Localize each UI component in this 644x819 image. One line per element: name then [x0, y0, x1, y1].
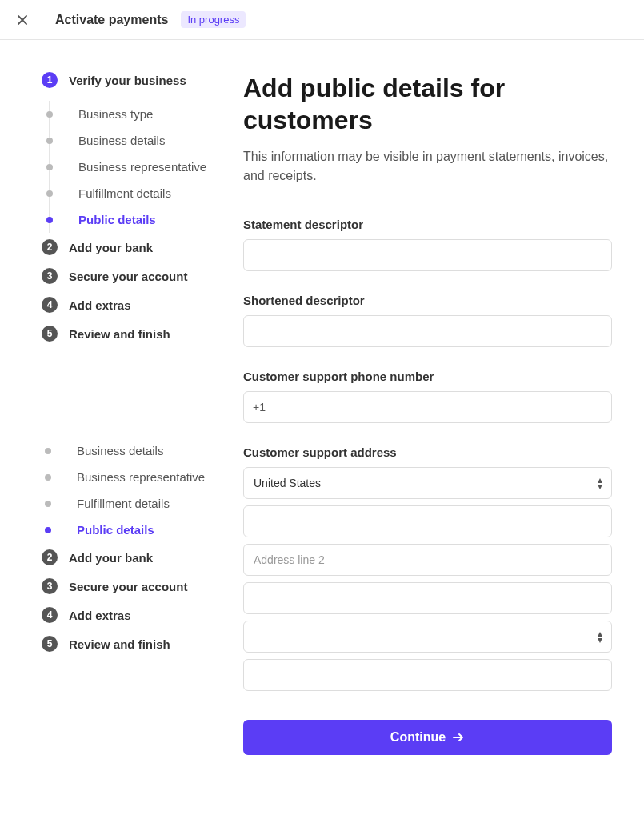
arrow-right-icon	[452, 731, 465, 744]
step-verify-business[interactable]: 1 Verify your business	[42, 72, 208, 88]
substep-label: Business details	[78, 134, 165, 147]
header: Activate payments In progress	[0, 0, 644, 40]
substep-dot-icon	[46, 190, 53, 197]
step-label: Secure your account	[69, 270, 187, 283]
substep-dot-icon	[45, 527, 51, 533]
continue-button-label: Continue	[390, 730, 446, 745]
sidebar-nav: 1 Verify your business Business type Bus…	[0, 72, 224, 342]
address-line1-input[interactable]	[243, 505, 612, 537]
step-number: 5	[42, 636, 58, 652]
support-phone-label: Customer support phone number	[243, 370, 612, 383]
substep-dot-icon	[46, 217, 53, 223]
country-select[interactable]: United States	[243, 467, 612, 499]
substeps-list: Business details Business representative…	[49, 437, 208, 543]
step-label: Add your bank	[69, 551, 153, 565]
substep-label: Business representative	[77, 470, 205, 484]
substep-label: Public details	[77, 523, 154, 537]
substep-business-representative[interactable]: Business representative	[44, 464, 208, 490]
step-add-bank[interactable]: 2 Add your bank	[42, 549, 208, 565]
step-number: 3	[42, 578, 58, 594]
substep-business-type[interactable]: Business type	[46, 101, 208, 127]
substep-business-details[interactable]: Business details	[44, 437, 208, 464]
substep-business-representative[interactable]: Business representative	[46, 154, 208, 180]
substep-label: Public details	[78, 213, 156, 226]
step-label: Review and finish	[69, 327, 170, 341]
substep-label: Fulfillment details	[78, 186, 171, 200]
shortened-descriptor-input[interactable]	[243, 315, 612, 347]
statement-descriptor-label: Statement descriptor	[243, 218, 612, 231]
step-secure-account[interactable]: 3 Secure your account	[42, 268, 208, 284]
support-address-label: Customer support address	[243, 445, 612, 459]
phone-prefix: +1	[253, 391, 266, 423]
step-label: Review and finish	[69, 637, 170, 651]
wizard-title: Activate payments	[55, 13, 168, 27]
status-badge: In progress	[181, 11, 246, 28]
step-label: Verify your business	[69, 74, 186, 87]
zip-input[interactable]	[243, 659, 612, 691]
substep-label: Business details	[77, 444, 163, 457]
step-label: Add your bank	[69, 241, 153, 254]
step-number: 2	[42, 549, 58, 565]
substep-public-details[interactable]: Public details	[44, 517, 208, 543]
step-number: 5	[42, 326, 58, 342]
step-secure-account[interactable]: 3 Secure your account	[42, 578, 208, 594]
close-icon[interactable]	[16, 14, 29, 26]
sidebar-nav-duplicate: Business details Business representative…	[0, 437, 224, 652]
step-label: Secure your account	[69, 580, 187, 593]
substep-dot-icon	[46, 138, 53, 144]
substep-public-details[interactable]: Public details	[46, 206, 208, 233]
substep-dot-icon	[45, 501, 51, 507]
address-line2-input[interactable]	[243, 544, 612, 576]
substep-dot-icon	[45, 474, 51, 481]
statement-descriptor-input[interactable]	[243, 239, 612, 271]
step-label: Add extras	[69, 298, 131, 312]
step-add-extras[interactable]: 4 Add extras	[42, 607, 208, 623]
step-label: Add extras	[69, 609, 131, 622]
continue-button[interactable]: Continue	[243, 720, 612, 755]
substep-business-details[interactable]: Business details	[46, 127, 208, 154]
page-title: Add public details for customers	[243, 72, 612, 136]
state-select[interactable]	[243, 621, 612, 653]
substep-fulfillment-details[interactable]: Fulfillment details	[46, 180, 208, 206]
substep-label: Business type	[78, 107, 153, 121]
page-intro: This information may be visible in payme…	[243, 147, 612, 186]
step-number: 4	[42, 297, 58, 313]
substep-label: Fulfillment details	[77, 497, 170, 510]
substep-fulfillment-details[interactable]: Fulfillment details	[44, 490, 208, 517]
support-phone-input[interactable]	[243, 391, 612, 423]
substep-dot-icon	[46, 111, 53, 118]
step-number: 2	[42, 239, 58, 255]
main-panel: Add public details for customers This in…	[224, 72, 644, 755]
step-add-extras[interactable]: 4 Add extras	[42, 297, 208, 313]
city-input[interactable]	[243, 582, 612, 614]
step-review-finish[interactable]: 5 Review and finish	[42, 636, 208, 652]
shortened-descriptor-label: Shortened descriptor	[243, 294, 612, 307]
substep-label: Business representative	[78, 160, 206, 174]
substeps-list: Business type Business details Business …	[49, 101, 208, 233]
substep-dot-icon	[45, 448, 51, 454]
substep-dot-icon	[46, 164, 53, 170]
step-add-bank[interactable]: 2 Add your bank	[42, 239, 208, 255]
step-number: 3	[42, 268, 58, 284]
header-divider	[42, 12, 42, 28]
step-number: 4	[42, 607, 58, 623]
step-review-finish[interactable]: 5 Review and finish	[42, 326, 208, 342]
step-number: 1	[42, 72, 58, 88]
